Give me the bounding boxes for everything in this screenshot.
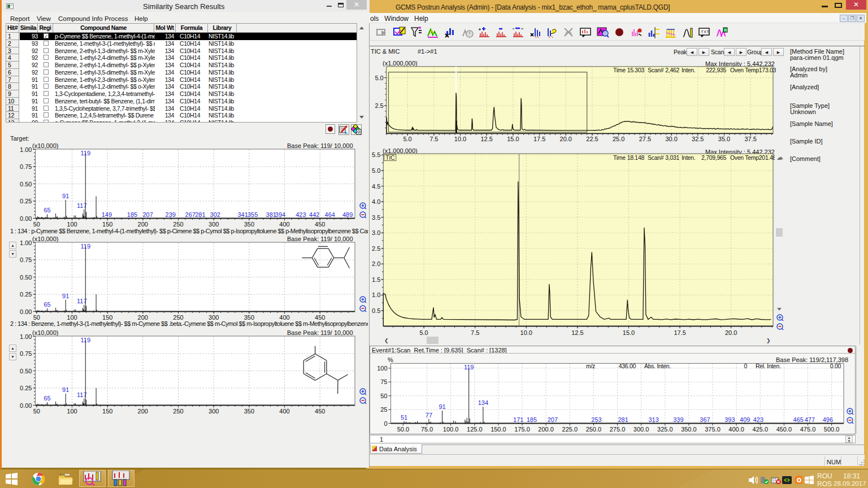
- svg-text:250: 250: [173, 314, 183, 321]
- svg-text:0.5: 0.5: [372, 307, 380, 314]
- svg-text:250.0: 250.0: [586, 426, 602, 432]
- svg-text:149: 149: [102, 211, 112, 218]
- svg-text:464: 464: [325, 211, 335, 218]
- svg-text:1.5: 1.5: [372, 276, 380, 283]
- svg-text:250: 250: [173, 221, 183, 228]
- svg-text:465: 465: [793, 416, 804, 423]
- svg-text:0.25: 0.25: [20, 385, 32, 391]
- svg-text:339: 339: [673, 416, 683, 423]
- svg-text:51: 51: [401, 414, 407, 421]
- svg-text:125.0: 125.0: [467, 426, 483, 432]
- svg-text:477: 477: [805, 416, 815, 423]
- svg-text:2.0: 2.0: [372, 260, 380, 267]
- svg-text:400: 400: [279, 314, 289, 321]
- svg-text:119: 119: [81, 337, 91, 343]
- svg-text:77: 77: [426, 412, 432, 419]
- svg-text:423: 423: [753, 416, 763, 423]
- svg-text:0.25: 0.25: [20, 198, 32, 204]
- svg-text:5.0: 5.0: [403, 136, 411, 142]
- svg-text:1.00: 1.00: [20, 146, 32, 153]
- svg-text:25: 25: [380, 406, 387, 413]
- svg-text:0.50: 0.50: [20, 274, 32, 281]
- svg-text:300.0: 300.0: [633, 426, 649, 432]
- svg-text:171: 171: [513, 416, 523, 423]
- svg-text:1.0: 1.0: [372, 291, 380, 298]
- svg-text:65: 65: [44, 395, 50, 402]
- svg-text:117: 117: [77, 298, 87, 304]
- svg-text:30.0: 30.0: [665, 136, 677, 142]
- svg-text:35.0: 35.0: [718, 136, 730, 142]
- svg-text:300: 300: [209, 408, 219, 415]
- svg-text:65: 65: [44, 301, 50, 308]
- svg-text:3.0: 3.0: [372, 229, 380, 236]
- svg-text:7.5: 7.5: [429, 136, 438, 142]
- svg-text:302: 302: [210, 211, 220, 218]
- svg-text:91: 91: [62, 386, 69, 393]
- svg-text:134: 134: [478, 399, 488, 406]
- svg-text:350: 350: [244, 408, 254, 415]
- svg-text:20.0: 20.0: [725, 329, 737, 336]
- svg-text:5.0: 5.0: [372, 167, 380, 174]
- svg-text:22.5: 22.5: [586, 136, 598, 142]
- svg-text:50: 50: [33, 408, 40, 415]
- svg-text:100.0: 100.0: [443, 426, 459, 432]
- svg-text:400: 400: [279, 221, 289, 228]
- svg-text:400.0: 400.0: [728, 426, 744, 432]
- svg-text:207: 207: [548, 416, 558, 423]
- svg-text:367: 367: [700, 416, 710, 423]
- svg-text:400: 400: [279, 408, 289, 415]
- svg-text:0: 0: [384, 420, 387, 427]
- svg-text:450.0: 450.0: [776, 426, 792, 432]
- svg-text:37.5: 37.5: [744, 136, 756, 142]
- svg-text:0.00: 0.00: [20, 308, 32, 315]
- svg-text:10.0: 10.0: [520, 329, 532, 336]
- svg-text:3.5: 3.5: [372, 214, 380, 221]
- svg-text:0.25: 0.25: [20, 291, 32, 298]
- svg-text:TXT: TXT: [701, 29, 709, 34]
- svg-text:12.5: 12.5: [480, 136, 492, 142]
- svg-text:100: 100: [67, 314, 77, 321]
- svg-text:0.50: 0.50: [20, 368, 32, 374]
- svg-text:325.0: 325.0: [657, 426, 673, 432]
- svg-text:375.0: 375.0: [705, 426, 721, 432]
- svg-text:50: 50: [33, 314, 40, 321]
- svg-text:117: 117: [77, 202, 87, 209]
- svg-text:341: 341: [237, 211, 248, 218]
- svg-text:119: 119: [81, 150, 91, 156]
- svg-text:65: 65: [44, 207, 50, 213]
- svg-text:355: 355: [248, 211, 258, 218]
- svg-text:450: 450: [315, 408, 325, 415]
- svg-text:475.0: 475.0: [800, 426, 816, 432]
- svg-text:1.00: 1.00: [20, 239, 32, 246]
- svg-text:409: 409: [740, 416, 750, 423]
- svg-text:489: 489: [342, 211, 353, 218]
- svg-text:5.0: 5.0: [375, 75, 383, 81]
- svg-text:0.00: 0.00: [20, 215, 32, 222]
- svg-text:15.0: 15.0: [623, 329, 635, 336]
- svg-text:281: 281: [618, 416, 628, 423]
- svg-text:119: 119: [464, 364, 474, 371]
- svg-text:1.00: 1.00: [20, 333, 32, 340]
- svg-text:150.0: 150.0: [491, 426, 506, 432]
- svg-text:50: 50: [33, 221, 40, 228]
- svg-text:17.5: 17.5: [674, 329, 685, 336]
- svg-text:TIC: TIC: [385, 155, 394, 161]
- svg-text:0.50: 0.50: [20, 181, 32, 188]
- svg-text:200: 200: [138, 314, 148, 321]
- svg-text:5.0: 5.0: [419, 329, 428, 336]
- svg-text:267: 267: [185, 211, 196, 218]
- svg-text:350.0: 350.0: [681, 426, 697, 432]
- svg-text:32.5: 32.5: [692, 136, 704, 142]
- svg-text:12.5: 12.5: [571, 329, 583, 336]
- svg-text:450: 450: [315, 221, 325, 228]
- svg-text:425.0: 425.0: [753, 426, 769, 432]
- svg-text:0.75: 0.75: [20, 350, 32, 357]
- svg-text:207: 207: [142, 211, 153, 218]
- svg-text:20.0: 20.0: [560, 136, 572, 142]
- svg-text:313: 313: [648, 416, 658, 423]
- svg-text:50.0: 50.0: [397, 426, 409, 432]
- svg-text:500.0: 500.0: [824, 426, 840, 432]
- svg-text:10.0: 10.0: [454, 136, 466, 142]
- svg-text:150: 150: [102, 314, 112, 321]
- svg-text:50: 50: [380, 393, 387, 399]
